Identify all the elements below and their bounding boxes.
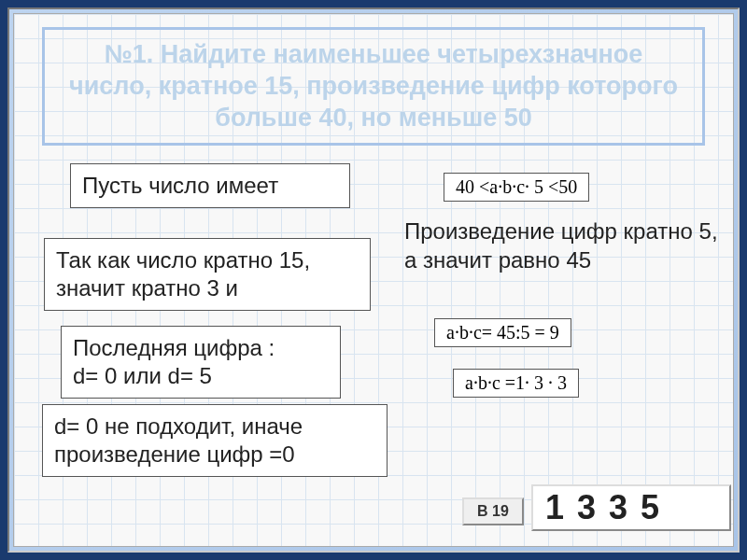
card-text: d= 0 не подходит, иначе произведение циф…: [54, 413, 303, 467]
formula-factorization: a·b·c =1· 3 · 3: [453, 369, 579, 398]
answer-digit: 3: [571, 488, 602, 527]
formula-product-9: a·b·c= 45:5 = 9: [434, 318, 571, 347]
answer-digit: 5: [634, 488, 666, 527]
problem-title: №1. Найдите наименьшее четырехзначное чи…: [62, 39, 685, 133]
right-explanation: Произведение цифр кратно 5, а значит рав…: [404, 217, 722, 274]
answer-box: 1 3 3 5: [531, 484, 731, 531]
card-text: Пусть число имеет: [82, 173, 278, 198]
problem-title-box: №1. Найдите наименьшее четырехзначное чи…: [42, 27, 705, 146]
grid-paper: №1. Найдите наименьшее четырехзначное чи…: [13, 13, 734, 547]
card-text: Так как число кратно 15,: [56, 247, 310, 273]
answer-digit: 1: [539, 488, 571, 527]
formula-inequality: 40 <a·b·c· 5 <50: [444, 173, 589, 202]
card-text: Последняя цифра :: [73, 335, 275, 360]
card-divisible: Так как число кратно 15, значит кратно 3…: [44, 238, 371, 311]
card-zero-rejected: d= 0 не подходит, иначе произведение циф…: [42, 404, 388, 477]
problem-badge: В 19: [462, 497, 524, 525]
card-text-b: значит кратно 3 и: [56, 275, 238, 301]
outer-frame: №1. Найдите наименьшее четырехзначное чи…: [7, 7, 740, 553]
card-last-digit: Последняя цифра : d= 0 или d= 5: [61, 326, 341, 399]
card-text-b: d= 0 или d= 5: [73, 363, 212, 388]
answer-digit: 3: [602, 488, 634, 527]
card-assume: Пусть число имеет: [70, 163, 350, 208]
